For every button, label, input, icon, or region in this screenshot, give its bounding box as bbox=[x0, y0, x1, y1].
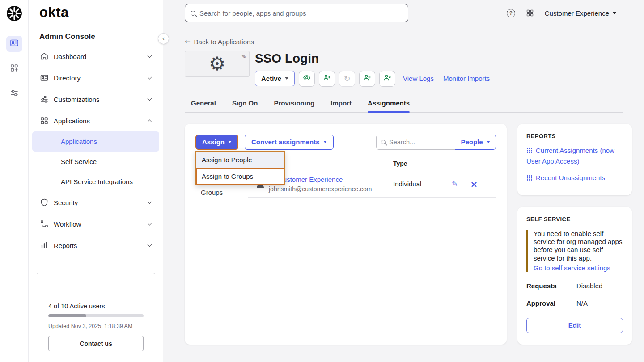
sidebar-item-label: Security bbox=[54, 199, 148, 206]
topbar-right: ? Customer Experience bbox=[507, 9, 616, 17]
help-glyph: ? bbox=[509, 10, 513, 16]
report-link-current-assignments[interactable]: Current Assignments (now User App Access… bbox=[526, 146, 623, 167]
org-name: Customer Experience bbox=[545, 9, 609, 17]
org-switcher[interactable]: Customer Experience bbox=[545, 9, 616, 17]
toggles-icon bbox=[10, 88, 19, 99]
menu-item-assign-to-people[interactable]: Assign to People bbox=[196, 152, 284, 168]
apps-grid-icon bbox=[40, 116, 49, 125]
tab-import[interactable]: Import bbox=[330, 97, 352, 112]
assignment-row: Customer Experience johnsmith@customerex… bbox=[248, 171, 496, 198]
sidebar-item-reports[interactable]: Reports bbox=[29, 235, 163, 256]
sidebar-item-directory[interactable]: Directory bbox=[29, 67, 163, 88]
rail-item-admin-console[interactable] bbox=[6, 36, 22, 52]
active-users-progressbar bbox=[48, 314, 144, 317]
table-header-row: Type bbox=[248, 157, 496, 171]
page-title: SSO Login bbox=[255, 52, 490, 66]
global-search-input[interactable] bbox=[199, 9, 402, 17]
okta-wordmark: okta bbox=[29, 0, 163, 21]
approval-label: Approval bbox=[526, 299, 576, 307]
tab-provisioning[interactable]: Provisioning bbox=[274, 97, 314, 112]
convert-button-label: Convert assignments bbox=[251, 138, 320, 146]
self-service-settings-link[interactable]: Go to self service settings bbox=[534, 264, 610, 272]
collapse-chevron-icon: ‹ bbox=[162, 35, 165, 42]
sidebar-item-dashboard[interactable]: Dashboard bbox=[29, 46, 163, 67]
apps-launcher-icon[interactable] bbox=[526, 9, 534, 17]
okta-spinner-logo-icon[interactable] bbox=[6, 5, 22, 21]
active-users-progress-fill bbox=[48, 314, 86, 317]
chevron-down-icon bbox=[148, 200, 152, 204]
app-rail bbox=[0, 0, 29, 362]
back-to-applications-link[interactable]: ← Back to Applications bbox=[185, 38, 254, 46]
directory-icon bbox=[40, 73, 49, 82]
reports-title: REPORTS bbox=[526, 133, 623, 139]
chevron-down-icon bbox=[228, 141, 232, 143]
import-user-button[interactable] bbox=[359, 71, 375, 87]
report-link-recent-unassignments[interactable]: Recent Unassignments bbox=[526, 173, 623, 184]
assignments-search[interactable] bbox=[376, 135, 455, 150]
edit-self-service-button[interactable]: Edit bbox=[526, 318, 623, 333]
scope-dropdown[interactable]: People bbox=[455, 135, 496, 150]
contact-us-button[interactable]: Contact us bbox=[48, 336, 144, 351]
monitor-imports-link[interactable]: Monitor Imports bbox=[443, 75, 490, 82]
global-search[interactable] bbox=[185, 4, 408, 22]
sidebar-item-label: Workflow bbox=[54, 220, 148, 228]
app-visibility-button[interactable] bbox=[299, 71, 315, 87]
sidebar-subitem-self-service[interactable]: Self Service bbox=[32, 152, 159, 172]
push-user-button[interactable] bbox=[319, 71, 335, 87]
assignee-email: johnsmith@customerexperience.com bbox=[269, 185, 390, 193]
approval-value: N/A bbox=[576, 299, 588, 307]
rail-item-add-apps[interactable] bbox=[6, 61, 22, 77]
chevron-down-icon bbox=[323, 141, 327, 143]
eye-icon bbox=[303, 74, 311, 83]
sidebar-subitem-label: API Service Integrations bbox=[61, 178, 133, 185]
sidebar-item-label: Reports bbox=[54, 242, 148, 249]
remove-assignment-icon[interactable]: × bbox=[470, 180, 478, 189]
usage-card: 4 of 10 Active users Updated Nov 3, 2025… bbox=[37, 273, 155, 362]
row-actions: ✎ × bbox=[452, 180, 496, 189]
report-icon bbox=[526, 174, 533, 184]
assign-button[interactable]: Assign bbox=[195, 135, 238, 150]
report-link-label: Recent Unassignments bbox=[536, 174, 605, 181]
chevron-down-icon bbox=[487, 141, 490, 143]
edit-logo-icon[interactable]: ✎ bbox=[242, 53, 246, 60]
sliders-icon bbox=[40, 95, 49, 104]
view-logs-link[interactable]: View Logs bbox=[403, 75, 434, 82]
requests-label: Requests bbox=[526, 282, 576, 290]
rail-item-settings-toggles[interactable] bbox=[6, 86, 22, 102]
sidebar-subitem-label: Self Service bbox=[61, 158, 97, 165]
help-icon[interactable]: ? bbox=[507, 9, 515, 17]
menu-item-assign-to-groups[interactable]: Assign to Groups bbox=[196, 168, 284, 185]
sidebar-subitem-api-service-integrations[interactable]: API Service Integrations bbox=[32, 172, 159, 192]
user-arrow-right-icon bbox=[323, 74, 331, 83]
assignment-type: Individual bbox=[393, 180, 452, 188]
requests-row: Requests Disabled bbox=[526, 282, 623, 290]
admin-console-icon bbox=[10, 38, 19, 49]
tab-sign-on[interactable]: Sign On bbox=[232, 97, 258, 112]
sidebar-subitem-applications[interactable]: Applications bbox=[32, 131, 159, 152]
edit-assignment-icon[interactable]: ✎ bbox=[452, 180, 458, 188]
filter-groups[interactable]: Groups bbox=[195, 183, 248, 202]
assignee-name-link[interactable]: Customer Experience bbox=[278, 176, 390, 183]
assign-user-button[interactable] bbox=[379, 71, 395, 87]
assignments-search-input[interactable] bbox=[389, 139, 450, 146]
sidebar-item-customizations[interactable]: Customizations bbox=[29, 88, 163, 110]
app-header: ⚙ ✎ SSO Login Active ↻ View Logs Monitor… bbox=[185, 51, 644, 87]
tab-general[interactable]: General bbox=[191, 97, 216, 112]
add-apps-icon bbox=[10, 63, 19, 74]
search-icon bbox=[381, 140, 386, 144]
sidebar-item-workflow[interactable]: Workflow bbox=[29, 213, 163, 235]
sidebar-item-applications[interactable]: Applications bbox=[29, 110, 163, 131]
status-dropdown[interactable]: Active bbox=[255, 71, 295, 86]
shield-icon bbox=[40, 198, 49, 207]
search-icon bbox=[191, 11, 195, 16]
bar-chart-icon bbox=[40, 241, 49, 250]
sidebar-item-security[interactable]: Security bbox=[29, 192, 163, 213]
reports-panel: REPORTS Current Assignments (now User Ap… bbox=[517, 124, 632, 195]
self-service-panel: SELF SERVICE You need to enable self ser… bbox=[517, 207, 632, 345]
convert-assignments-button[interactable]: Convert assignments bbox=[245, 135, 334, 150]
console-title: Admin Console bbox=[29, 21, 163, 46]
assignments-toolbar: Assign Convert assignments People bbox=[195, 135, 496, 150]
tab-assignments[interactable]: Assignments bbox=[368, 97, 410, 112]
user-arrow-down-icon bbox=[383, 74, 391, 83]
sidebar-collapse-button[interactable]: ‹ bbox=[158, 33, 169, 44]
